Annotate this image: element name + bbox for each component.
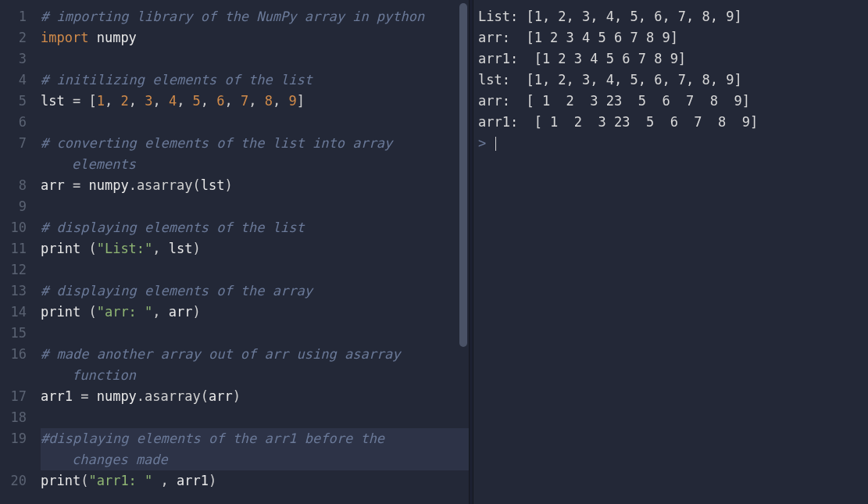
token-op: ,: [129, 93, 145, 109]
token-op: = [: [65, 93, 97, 109]
token-op: ): [193, 304, 201, 320]
line-number: 18: [0, 407, 34, 428]
token-name: print: [41, 473, 80, 488]
line-number: 8: [0, 175, 34, 196]
code-line[interactable]: [41, 196, 469, 217]
code-line[interactable]: # displaying elements of the list: [41, 217, 469, 238]
token-op: (: [80, 304, 96, 320]
token-name: print: [41, 304, 80, 320]
line-number: [0, 154, 34, 175]
line-number: [0, 365, 34, 386]
token-name: arr1: [177, 473, 209, 488]
token-op: ,: [201, 93, 216, 109]
token-name: numpy: [97, 388, 137, 404]
token-op: ,: [105, 93, 120, 109]
line-number: 5: [0, 91, 34, 112]
token-num: 7: [241, 93, 248, 109]
code-line[interactable]: [41, 323, 469, 344]
code-line[interactable]: arr = numpy.asarray(lst): [41, 175, 469, 196]
token-num: 9: [289, 93, 297, 109]
token-comment: # importing library of the NumPy array i…: [41, 9, 424, 24]
token-op: (: [80, 241, 96, 256]
code-line[interactable]: # displaying elements of the array: [41, 281, 469, 302]
code-line[interactable]: # initilizing elements of the list: [41, 70, 469, 91]
code-line[interactable]: [41, 259, 469, 281]
line-number: 1: [0, 6, 34, 27]
token-num: 5: [193, 93, 201, 109]
line-number: 17: [0, 386, 34, 407]
scrollbar-thumb[interactable]: [459, 3, 467, 347]
token-op: ]: [297, 93, 305, 109]
token-num: 6: [216, 93, 224, 109]
line-number: 9: [0, 196, 34, 217]
token-op: ,: [152, 304, 168, 320]
token-num: 3: [145, 93, 152, 109]
line-number: [0, 449, 34, 470]
token-name: arr1: [41, 388, 73, 404]
token-num: 2: [120, 93, 128, 109]
token-op: [88, 30, 96, 45]
token-num: 4: [169, 93, 177, 109]
code-line[interactable]: lst = [1, 2, 3, 4, 5, 6, 7, 8, 9]: [41, 91, 469, 112]
output-pane[interactable]: List: [1, 2, 3, 4, 5, 6, 7, 8, 9]arr: [1…: [473, 0, 868, 504]
token-op: =: [73, 388, 97, 404]
token-comment: # made another array out of arr using as…: [41, 346, 409, 362]
code-line[interactable]: [41, 112, 469, 133]
token-op: ,: [177, 93, 192, 109]
token-str: "arr1: ": [88, 473, 152, 488]
code-line[interactable]: print ("arr: ", arr): [41, 302, 469, 323]
token-op: .: [137, 388, 145, 404]
code-line[interactable]: print("arr1: " , arr1): [41, 470, 469, 491]
token-op: ): [209, 473, 216, 488]
line-number: 14: [0, 302, 34, 323]
code-line[interactable]: # made another array out of arr using as…: [41, 344, 469, 365]
token-name: lst: [169, 241, 193, 256]
token-num: 1: [97, 93, 105, 109]
output-prompt[interactable]: >: [478, 133, 868, 154]
line-number: 20: [0, 470, 34, 491]
code-line[interactable]: elements: [41, 154, 469, 175]
output-line: arr: [ 1 2 3 23 5 6 7 8 9]: [478, 91, 868, 112]
line-number: 6: [0, 112, 34, 133]
token-op: ): [193, 241, 201, 256]
line-number: 2: [0, 27, 34, 48]
code-editor-pane[interactable]: 1234567891011121314151617181920 # import…: [0, 0, 469, 504]
line-number: 10: [0, 217, 34, 238]
token-func: asarray: [137, 177, 193, 193]
code-line[interactable]: import numpy: [41, 27, 469, 48]
line-number: 19: [0, 428, 34, 449]
token-kw: import: [41, 30, 88, 45]
token-comment: # displaying elements of the array: [41, 283, 313, 298]
cursor: [495, 137, 496, 151]
output-line: List: [1, 2, 3, 4, 5, 6, 7, 8, 9]: [478, 6, 868, 27]
output-line: arr: [1 2 3 4 5 6 7 8 9]: [478, 27, 868, 48]
code-line[interactable]: [41, 407, 469, 428]
line-number: 4: [0, 70, 34, 91]
token-op: ,: [152, 473, 177, 488]
token-op: ,: [152, 93, 168, 109]
token-comment: elements: [72, 156, 136, 172]
code-line[interactable]: print ("List:", lst): [41, 238, 469, 259]
token-name: numpy: [88, 177, 128, 193]
token-comment: # initilizing elements of the list: [41, 72, 313, 88]
token-comment: # displaying elements of the list: [41, 220, 305, 235]
prompt-symbol: >: [478, 135, 494, 151]
code-line[interactable]: arr1 = numpy.asarray(arr): [41, 386, 469, 407]
token-str: "arr: ": [97, 304, 153, 320]
code-line[interactable]: # converting elements of the list into a…: [41, 133, 469, 154]
token-name: arr: [41, 177, 65, 193]
code-line[interactable]: changes made: [41, 449, 469, 470]
output-line: arr1: [ 1 2 3 23 5 6 7 8 9]: [478, 112, 868, 133]
token-name: lst: [41, 93, 65, 109]
token-op: ,: [273, 93, 288, 109]
token-num: 8: [265, 93, 273, 109]
token-name: arr: [209, 388, 233, 404]
code-line[interactable]: [41, 48, 469, 70]
editor-scrollbar[interactable]: [458, 0, 469, 504]
code-line[interactable]: function: [41, 365, 469, 386]
code-line[interactable]: #displaying elements of the arr1 before …: [41, 428, 469, 449]
token-op: (: [201, 388, 209, 404]
code-area[interactable]: # importing library of the NumPy array i…: [34, 0, 469, 504]
line-number: 13: [0, 281, 34, 302]
code-line[interactable]: # importing library of the NumPy array i…: [41, 6, 469, 27]
